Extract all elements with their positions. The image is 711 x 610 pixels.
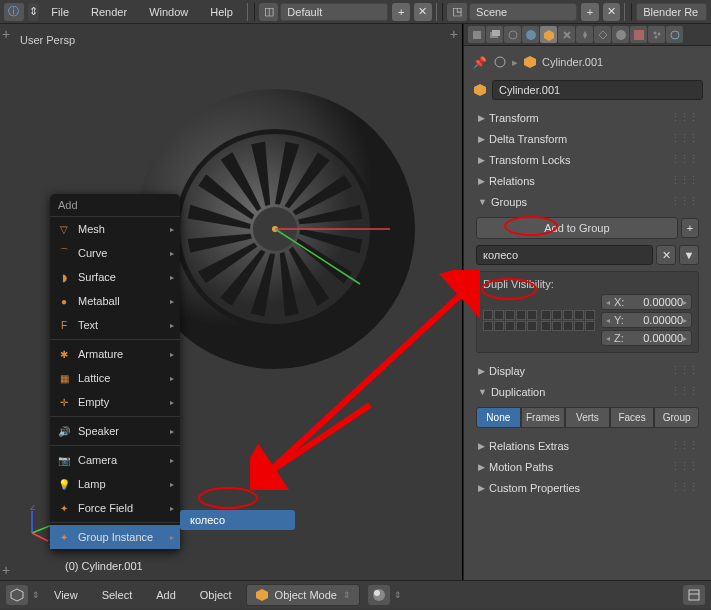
editor-type-3dview-icon[interactable] bbox=[6, 585, 28, 605]
scene-remove-button[interactable]: ✕ bbox=[603, 3, 621, 21]
grip-icon[interactable]: ⋮⋮⋮ bbox=[670, 439, 697, 452]
chevron-right-icon[interactable]: ▸ bbox=[683, 334, 687, 343]
group-name-input[interactable] bbox=[476, 245, 653, 265]
grip-icon[interactable]: ⋮⋮⋮ bbox=[670, 460, 697, 473]
duplication-tab-group[interactable]: Group bbox=[654, 407, 699, 428]
pin-icon[interactable]: 📌 bbox=[472, 54, 488, 70]
layer-grid-right[interactable] bbox=[541, 310, 595, 331]
tab-modifiers[interactable] bbox=[576, 26, 593, 43]
chevron-left-icon[interactable]: ◂ bbox=[606, 334, 610, 343]
layer-cell[interactable] bbox=[563, 310, 573, 320]
panel-header-transform[interactable]: ▶Transform⋮⋮⋮ bbox=[472, 108, 703, 127]
add-menu-item-lamp[interactable]: 💡Lamp▸ bbox=[50, 472, 180, 496]
panel-header-custom-properties[interactable]: ▶Custom Properties⋮⋮⋮ bbox=[472, 478, 703, 497]
layer-cell[interactable] bbox=[527, 310, 537, 320]
shading-dropdown-icon[interactable]: ⇕ bbox=[394, 590, 402, 600]
add-menu-item-camera[interactable]: 📷Camera▸ bbox=[50, 448, 180, 472]
duplication-tab-verts[interactable]: Verts bbox=[565, 407, 610, 428]
layout-field[interactable]: Default bbox=[280, 3, 388, 21]
panel-header-relations-extras[interactable]: ▶Relations Extras⋮⋮⋮ bbox=[472, 436, 703, 455]
add-menu-item-group-instance[interactable]: ✦Group Instance▸ bbox=[50, 525, 180, 549]
scene-add-button[interactable]: + bbox=[581, 3, 599, 21]
add-menu-item-surface[interactable]: ◗Surface▸ bbox=[50, 265, 180, 289]
layer-cell[interactable] bbox=[552, 310, 562, 320]
tab-particles[interactable] bbox=[648, 26, 665, 43]
corner-plus-tr[interactable]: + bbox=[450, 26, 458, 42]
scene-browse-icon[interactable]: ◳ bbox=[447, 3, 467, 21]
grip-icon[interactable]: ⋮⋮⋮ bbox=[670, 174, 697, 187]
viewport-shading-button[interactable] bbox=[368, 585, 390, 605]
layout-browse-icon[interactable]: ◫ bbox=[259, 3, 279, 21]
add-menu-item-armature[interactable]: ✱Armature▸ bbox=[50, 342, 180, 366]
duplication-tab-frames[interactable]: Frames bbox=[521, 407, 566, 428]
panel-header-motion-paths[interactable]: ▶Motion Paths⋮⋮⋮ bbox=[472, 457, 703, 476]
add-menu-item-curve[interactable]: ⌒Curve▸ bbox=[50, 241, 180, 265]
add-to-group-button[interactable]: Add to Group bbox=[476, 217, 678, 239]
viewport-3d[interactable]: User Persp + + + z y x (0 bbox=[0, 24, 463, 580]
panel-header-display[interactable]: ▶Display⋮⋮⋮ bbox=[472, 361, 703, 380]
menu-window[interactable]: Window bbox=[139, 2, 198, 22]
layer-cell[interactable] bbox=[563, 321, 573, 331]
footer-menu-add[interactable]: Add bbox=[146, 585, 186, 605]
layer-cell[interactable] bbox=[494, 321, 504, 331]
footer-menu-select[interactable]: Select bbox=[92, 585, 143, 605]
editor-type-dropdown-icon[interactable]: ⇕ bbox=[32, 590, 40, 600]
layer-grid-left[interactable] bbox=[483, 310, 537, 331]
tab-constraints[interactable] bbox=[558, 26, 575, 43]
remove-group-button[interactable]: ✕ bbox=[656, 245, 676, 265]
panel-header-delta-transform[interactable]: ▶Delta Transform⋮⋮⋮ bbox=[472, 129, 703, 148]
grip-icon[interactable]: ⋮⋮⋮ bbox=[670, 481, 697, 494]
panel-header-duplication[interactable]: ▼ Duplication ⋮⋮⋮ bbox=[472, 382, 703, 401]
layer-cell[interactable] bbox=[585, 310, 595, 320]
grip-icon[interactable]: ⋮⋮⋮ bbox=[670, 195, 697, 208]
grip-icon[interactable]: ⋮⋮⋮ bbox=[670, 153, 697, 166]
dupli-offset-z[interactable]: ◂Z:0.00000▸ bbox=[601, 330, 692, 346]
engine-field[interactable]: Blender Re bbox=[636, 3, 707, 21]
tab-physics[interactable] bbox=[666, 26, 683, 43]
menu-render[interactable]: Render bbox=[81, 2, 137, 22]
dupli-offset-y[interactable]: ◂Y:0.00000▸ bbox=[601, 312, 692, 328]
layer-cell[interactable] bbox=[505, 321, 515, 331]
grip-icon[interactable]: ⋮⋮⋮ bbox=[670, 385, 697, 398]
tab-render-layers[interactable] bbox=[486, 26, 503, 43]
corner-plus-tl[interactable]: + bbox=[2, 26, 10, 42]
layout-remove-button[interactable]: ✕ bbox=[414, 3, 432, 21]
menu-help[interactable]: Help bbox=[200, 2, 243, 22]
chevron-left-icon[interactable]: ◂ bbox=[606, 316, 610, 325]
group-specials-button[interactable]: ▼ bbox=[679, 245, 699, 265]
duplication-tab-none[interactable]: None bbox=[476, 407, 521, 428]
group-instance-submenu-item[interactable]: колесо bbox=[180, 510, 295, 530]
tab-material[interactable] bbox=[612, 26, 629, 43]
layer-cell[interactable] bbox=[574, 321, 584, 331]
tab-world[interactable] bbox=[522, 26, 539, 43]
footer-menu-object[interactable]: Object bbox=[190, 585, 242, 605]
chevron-right-icon[interactable]: ▸ bbox=[683, 298, 687, 307]
panel-header-transform-locks[interactable]: ▶Transform Locks⋮⋮⋮ bbox=[472, 150, 703, 169]
layer-cell[interactable] bbox=[552, 321, 562, 331]
layer-cell[interactable] bbox=[483, 321, 493, 331]
corner-plus-bl[interactable]: + bbox=[2, 562, 10, 578]
add-menu-item-text[interactable]: FText▸ bbox=[50, 313, 180, 337]
grip-icon[interactable]: ⋮⋮⋮ bbox=[670, 132, 697, 145]
layer-cell[interactable] bbox=[527, 321, 537, 331]
layer-cell[interactable] bbox=[505, 310, 515, 320]
mode-selector[interactable]: Object Mode ⇕ bbox=[246, 584, 360, 606]
layer-cell[interactable] bbox=[516, 321, 526, 331]
layer-cell[interactable] bbox=[483, 310, 493, 320]
add-menu-item-mesh[interactable]: ▽Mesh▸ bbox=[50, 217, 180, 241]
grip-icon[interactable]: ⋮⋮⋮ bbox=[670, 364, 697, 377]
properties-editor-icon[interactable] bbox=[683, 585, 705, 605]
layer-cell[interactable] bbox=[574, 310, 584, 320]
menu-file[interactable]: File bbox=[41, 2, 79, 22]
tab-data[interactable] bbox=[594, 26, 611, 43]
info-icon[interactable]: ⓘ bbox=[4, 3, 24, 21]
dupli-offset-x[interactable]: ◂X:0.00000▸ bbox=[601, 294, 692, 310]
add-menu-item-empty[interactable]: ✛Empty▸ bbox=[50, 390, 180, 414]
grip-icon[interactable]: ⋮⋮⋮ bbox=[670, 111, 697, 124]
tab-object[interactable] bbox=[540, 26, 557, 43]
chevron-right-icon[interactable]: ▸ bbox=[683, 316, 687, 325]
chevron-left-icon[interactable]: ◂ bbox=[606, 298, 610, 307]
scene-field[interactable]: Scene bbox=[469, 3, 577, 21]
tab-texture[interactable] bbox=[630, 26, 647, 43]
editor-type-dropdown[interactable]: ⇕ bbox=[28, 3, 40, 21]
